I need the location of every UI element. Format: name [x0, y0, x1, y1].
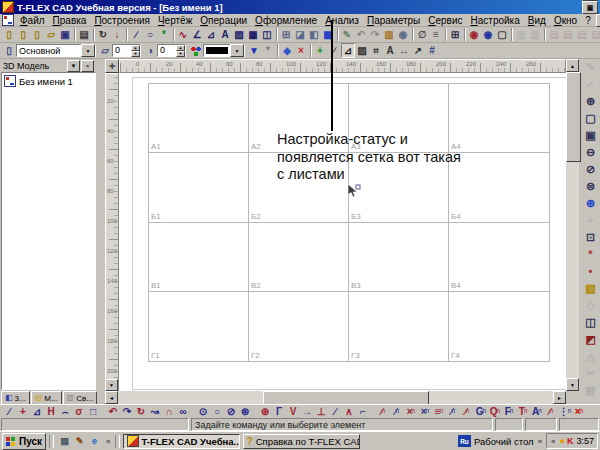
profile-tool-icon[interactable]: ◪: [293, 27, 307, 42]
zoom-out-icon[interactable]: ⊖: [583, 144, 599, 160]
print-icon[interactable]: ▤: [77, 27, 91, 42]
zoom-window-icon[interactable]: ▢: [583, 110, 599, 126]
relation-perp-icon[interactable]: ⊥: [314, 404, 328, 418]
construct-ellipse-icon[interactable]: σ: [72, 404, 86, 418]
confirm-icon[interactable]: ✓: [583, 76, 599, 92]
filter-dropdown-icon[interactable]: ▼: [247, 43, 261, 58]
new-window-icon[interactable]: ▢: [495, 27, 509, 42]
snap-move-icon[interactable]: ↔: [397, 43, 411, 58]
menu-item-parameters[interactable]: Параметры: [363, 15, 424, 26]
panel-tab-1[interactable]: ▤М...: [31, 391, 62, 405]
picture-tool-icon[interactable]: ▦: [246, 27, 260, 42]
desktop-chevron[interactable]: »: [537, 437, 543, 446]
workplane-delete-icon[interactable]: ×: [294, 43, 308, 58]
priority-spinner[interactable]: 0 ▲▼: [157, 44, 186, 57]
node-line-icon[interactable]: ∕n: [376, 404, 390, 418]
zoom-select-icon[interactable]: ▣: [583, 127, 599, 143]
arc-3pt-icon[interactable]: ↻: [134, 404, 148, 418]
embed-document-icon[interactable]: ▥: [528, 27, 542, 42]
layer-combobox[interactable]: Основной ▼: [16, 44, 96, 57]
menu-item-constructions[interactable]: Построения: [90, 15, 154, 26]
menu-item-drawing[interactable]: Чертёж: [154, 15, 196, 26]
rotate-3d-icon[interactable]: *: [583, 246, 599, 262]
regenerate-icon[interactable]: ↻: [96, 27, 110, 42]
quick-launch-ie-icon[interactable]: e: [87, 434, 102, 448]
snap-hatch-icon[interactable]: ▨: [355, 43, 369, 58]
model-tree[interactable]: Без имени 1: [1, 72, 96, 390]
menu-item-edit[interactable]: Правка: [49, 15, 91, 26]
color-combobox[interactable]: ▼: [203, 44, 245, 57]
arc-ccw-icon[interactable]: ↶: [106, 404, 120, 418]
construct-parallel-icon[interactable]: H: [44, 404, 58, 418]
desktop-toolbar-label[interactable]: Рабочий стол: [474, 436, 534, 447]
spin-3d-icon[interactable]: •: [583, 263, 599, 279]
snap-node-icon[interactable]: #: [425, 43, 439, 58]
line-tool-icon[interactable]: ∕: [129, 27, 143, 42]
relation-angle-icon[interactable]: ∧: [342, 404, 356, 418]
node-line2-icon[interactable]: ∕n: [390, 404, 404, 418]
arc-double-icon[interactable]: ∞: [176, 404, 190, 418]
construction-line-icon[interactable]: ∠: [190, 27, 204, 42]
node-delete-icon[interactable]: ×n: [404, 404, 418, 418]
library-1-icon[interactable]: ▤: [547, 27, 561, 42]
node-dots-icon[interactable]: ⋮n: [558, 404, 572, 418]
circle-tangent-icon[interactable]: ⊘: [224, 404, 238, 418]
full-screen-icon[interactable]: ⊡: [583, 229, 599, 245]
spline-tool-icon[interactable]: ∿: [176, 27, 190, 42]
panel-tab-0[interactable]: ◧3...: [1, 391, 30, 405]
task-button-0[interactable]: T-FLEX CAD Учебна...: [123, 434, 240, 449]
wireframe-icon[interactable]: ◇: [583, 297, 599, 313]
node-offset-icon[interactable]: ∕n: [460, 404, 474, 418]
arc-2pt-icon[interactable]: ∩: [162, 404, 176, 418]
snap-leader-icon[interactable]: ↗: [411, 43, 425, 58]
update-links-icon[interactable]: ◉: [396, 27, 410, 42]
scroll-right-button[interactable]: ►: [553, 391, 566, 404]
relation-vector-icon[interactable]: →: [300, 404, 314, 418]
horizontal-scrollbar[interactable]: ◄ ►: [105, 391, 566, 404]
node-axis-icon[interactable]: An: [530, 404, 544, 418]
relation-offset-icon[interactable]: ⌐: [356, 404, 370, 418]
vertical-scroll-thumb[interactable]: [566, 72, 581, 162]
chevron-down-icon[interactable]: ▼: [81, 44, 95, 57]
spin-down-icon[interactable]: ▼: [176, 51, 185, 57]
page-properties-icon[interactable]: ▯: [2, 43, 16, 58]
tray-collapse-chevron[interactable]: «: [550, 437, 556, 446]
node-spline-icon[interactable]: ∕n: [446, 404, 460, 418]
new-3d-document-icon[interactable]: ▯: [30, 27, 44, 42]
form-tool-icon[interactable]: ⊞: [279, 27, 293, 42]
zoom-previous-icon[interactable]: ⊜: [583, 178, 599, 194]
copy-view-icon[interactable]: ◫: [260, 27, 274, 42]
start-button[interactable]: Пуск: [2, 433, 46, 450]
workplane-icon[interactable]: ◈: [280, 43, 294, 58]
drawing-canvas[interactable]: А1А2А3А4Б1Б2Б3Б4В1В2В3В4Г1Г2Г3Г4: [119, 73, 566, 391]
relation-fork-icon[interactable]: V: [286, 404, 300, 418]
quick-launch-channels-icon[interactable]: ✎: [72, 434, 87, 448]
color-wheel-icon[interactable]: [189, 43, 203, 58]
hatch-tool-icon[interactable]: ▨: [232, 27, 246, 42]
node-group-icon[interactable]: Gn: [474, 404, 488, 418]
body-tool-icon[interactable]: ◧: [307, 27, 321, 42]
circle-radius-icon[interactable]: ○: [210, 404, 224, 418]
undo-icon[interactable]: ↶: [354, 27, 368, 42]
menu-item-analysis[interactable]: Анализ: [321, 15, 363, 26]
fragment-tool-icon[interactable]: ▩: [321, 27, 335, 42]
snap-text-icon[interactable]: A: [383, 43, 397, 58]
save-document-icon[interactable]: ▣: [58, 27, 72, 42]
redraw-icon[interactable]: ✎: [583, 59, 599, 75]
selector-config-icon[interactable]: *: [261, 43, 275, 58]
clip-3d-icon[interactable]: ✂: [583, 365, 599, 381]
new-2d-document-icon[interactable]: ▯: [16, 27, 30, 42]
node-function-icon[interactable]: Fn: [502, 404, 516, 418]
construct-node-icon[interactable]: +: [16, 404, 30, 418]
menu-item-file[interactable]: Файл: [16, 15, 49, 26]
panel-close-button[interactable]: ×: [81, 60, 94, 72]
zoom-all-icon[interactable]: ⊘: [583, 161, 599, 177]
snap-angle-icon[interactable]: ⊿: [341, 43, 355, 58]
relation-slope-icon[interactable]: ∕: [328, 404, 342, 418]
graphic-line-icon[interactable]: ⊿: [204, 27, 218, 42]
shading-icon[interactable]: ▨: [583, 280, 599, 296]
sketch-edit-icon[interactable]: ✎: [340, 27, 354, 42]
menu-item-annotation[interactable]: Оформление: [251, 15, 321, 26]
section-view-icon[interactable]: ◩: [583, 331, 599, 347]
scroll-left-button[interactable]: ◄: [105, 391, 118, 404]
